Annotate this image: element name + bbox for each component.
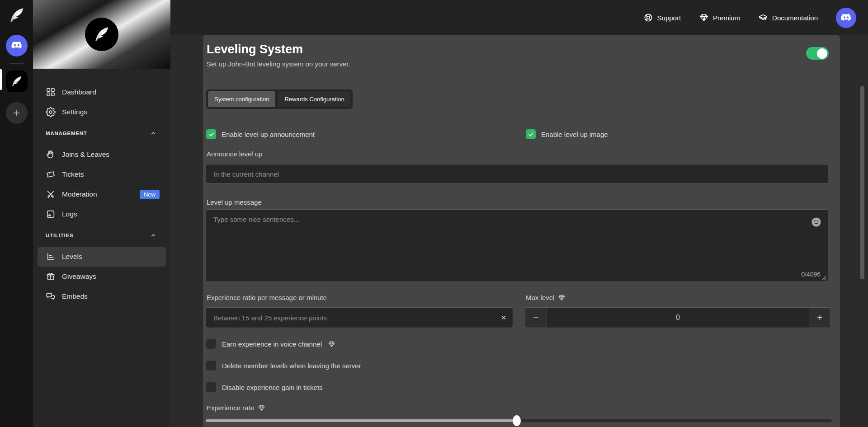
voice-xp-checkbox[interactable] (206, 339, 216, 349)
tab-system-configuration[interactable]: System configuration (208, 91, 275, 107)
checkbox-label: Disable experience gain in tickets (222, 384, 323, 391)
chevron-up-icon (150, 130, 157, 137)
grid-icon (46, 87, 56, 97)
delete-levels-checkbox[interactable] (206, 361, 216, 371)
premium-gem-icon (558, 294, 566, 301)
sidebar-item-label: Logs (62, 210, 77, 218)
enable-checkbox-row: Enable level up announcement Enable leve… (206, 129, 840, 139)
chevron-up-icon (150, 232, 157, 239)
sidebar-item-label: Joins & Leaves (62, 150, 109, 159)
diamond-icon (699, 13, 709, 23)
enable-image-field: Enable level up image (526, 129, 608, 139)
xp-rate-label-text: Experience rate (207, 404, 254, 412)
sidebar-item-moderation[interactable]: Moderation New (38, 184, 166, 204)
level-up-message-textarea[interactable] (206, 210, 828, 282)
sidebar-item-dashboard[interactable]: Dashboard (38, 82, 166, 102)
disable-ticket-xp-field: Disable experience gain in tickets (206, 382, 323, 392)
feather-icon (10, 75, 24, 88)
module-toggle[interactable] (806, 47, 829, 60)
support-link[interactable]: Support (643, 13, 681, 23)
check-icon (528, 131, 534, 138)
sidebar-item-logs[interactable]: Logs (38, 204, 166, 224)
smiley-icon (810, 216, 822, 228)
enable-image-checkbox[interactable] (526, 129, 536, 139)
sidebar-item-label: Giveaways (62, 272, 96, 281)
max-level-label-text: Max level (526, 294, 554, 301)
delete-levels-field: Delete member levels when leaving the se… (206, 361, 361, 371)
documentation-link[interactable]: Documentation (758, 13, 818, 23)
sidebar-section-utilities[interactable]: UTILITIES (38, 224, 166, 247)
premium-label: Premium (713, 14, 740, 22)
sidebar-item-settings[interactable]: Settings (38, 102, 166, 122)
max-level-label: Max level (526, 294, 566, 301)
resize-grip-icon[interactable] (821, 275, 827, 281)
clear-icon[interactable]: × (495, 313, 513, 323)
sidebar-item-label: Tickets (62, 170, 84, 178)
xp-rate-label: Experience rate (207, 404, 265, 412)
sidebar-section-management[interactable]: MANAGEMENT (38, 122, 166, 145)
character-counter: 0/4096 (801, 271, 821, 278)
sidebar-item-embeds[interactable]: Embeds (38, 286, 166, 306)
decrement-button[interactable]: − (525, 308, 547, 328)
topbar: Support Premium Documentation (170, 0, 868, 35)
rail-divider (9, 63, 24, 64)
discord-home-button[interactable] (6, 35, 28, 56)
announce-level-up-input[interactable] (206, 164, 828, 184)
lifebuoy-icon (643, 13, 653, 23)
selected-server-indicator (0, 69, 2, 90)
server-banner (33, 0, 170, 69)
emoji-picker-button[interactable] (810, 216, 822, 228)
ticket-icon (46, 169, 56, 179)
sidebar: Dashboard Settings MANAGEMENT Joins & Le… (33, 0, 170, 427)
page-subtitle: Set up John-Bot leveling system on your … (207, 60, 350, 68)
sidebar-item-label: Dashboard (62, 88, 96, 96)
sidebar-item-label: Moderation (62, 190, 97, 198)
increment-button[interactable]: + (809, 308, 830, 328)
documentation-label: Documentation (772, 14, 818, 22)
sidebar-item-levels[interactable]: Levels (38, 247, 166, 267)
sidebar-item-label: Settings (62, 108, 87, 116)
sidebar-item-joins-leaves[interactable]: Joins & Leaves (38, 145, 166, 164)
sidebar-item-giveaways[interactable]: Giveaways (38, 267, 166, 286)
sidebar-item-label: Levels (62, 253, 82, 261)
premium-gem-icon (258, 404, 265, 412)
announce-level-up-label: Announce level up (207, 150, 262, 158)
xp-ratio-label: Experience ratio per message or minute (207, 294, 327, 301)
bot-logo-button[interactable] (5, 4, 28, 27)
sidebar-item-tickets[interactable]: Tickets (38, 164, 166, 184)
section-header-label: MANAGEMENT (46, 131, 87, 136)
crossed-swords-icon (46, 189, 56, 199)
enable-announcement-field: Enable level up announcement (206, 129, 315, 139)
toggle-knob (817, 48, 827, 59)
page-scrollbar-thumb[interactable] (860, 86, 864, 279)
sidebar-menu: Dashboard Settings MANAGEMENT Joins & Le… (33, 69, 170, 306)
xp-settings-row: Experience ratio per message or minute ×… (206, 294, 828, 366)
chat-bubbles-icon (46, 291, 56, 301)
tab-rewards-configuration[interactable]: Rewards Configuration (278, 91, 350, 107)
leveling-panel: Leveling System Set up John-Bot leveling… (203, 35, 840, 427)
disable-ticket-xp-checkbox[interactable] (206, 382, 216, 392)
waving-hand-icon (46, 150, 56, 160)
gift-icon (46, 272, 56, 282)
max-level-value[interactable]: 0 (547, 308, 809, 328)
slider-handle[interactable] (513, 415, 521, 426)
xp-ratio-input[interactable] (206, 314, 495, 322)
feather-icon (7, 6, 26, 25)
page-title: Leveling System (207, 42, 303, 56)
server-avatar (85, 18, 118, 51)
server-icon-button[interactable] (6, 70, 28, 92)
book-icon (758, 13, 768, 23)
new-badge: New (140, 190, 160, 199)
voice-xp-field: Earn experience in voice channel (206, 339, 335, 349)
bar-chart-icon (46, 252, 56, 262)
plus-icon: + (13, 106, 20, 120)
xp-rate-slider[interactable] (206, 418, 832, 423)
enable-announcement-checkbox[interactable] (206, 129, 216, 139)
premium-link[interactable]: Premium (699, 13, 740, 23)
add-server-button[interactable]: + (6, 102, 28, 124)
user-avatar[interactable] (836, 8, 856, 28)
checkbox-label: Enable level up image (541, 131, 608, 138)
level-up-message-label: Level up message (207, 198, 262, 206)
feather-icon (92, 25, 111, 44)
section-header-label: UTILITIES (46, 233, 74, 238)
